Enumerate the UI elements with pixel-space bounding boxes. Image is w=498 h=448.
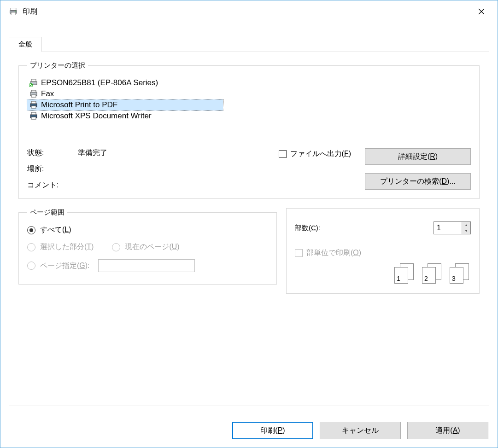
status-value: 準備完了 — [78, 148, 265, 158]
collate-page-icon: 2 2 — [422, 263, 443, 284]
radio-current-page: 現在のページ(U) — [112, 242, 179, 252]
cancel-button[interactable]: キャンセル — [320, 422, 401, 439]
status-label: 状態: — [27, 148, 73, 158]
svg-rect-14 — [31, 106, 36, 108]
svg-rect-0 — [11, 8, 16, 11]
printer-item[interactable]: EPSON625B81 (EP-806A Series) — [27, 77, 160, 88]
printer-name: Microsoft XPS Document Writer — [41, 111, 152, 121]
tab-page-general: プリンターの選択 EPSON625B81 (EP-806A Series) Fa… — [9, 52, 489, 406]
copies-up-button[interactable]: ▲ — [462, 222, 470, 228]
print-button[interactable]: 印刷(P) — [232, 422, 313, 439]
copies-input[interactable] — [434, 222, 462, 234]
location-label: 場所: — [27, 164, 73, 174]
printer-item[interactable]: Fax — [27, 88, 56, 99]
printer-item[interactable]: Microsoft XPS Document Writer — [27, 111, 153, 122]
print-dialog: 印刷 全般 プリンターの選択 EPSON625B81 (EP-806A Seri… — [0, 0, 498, 448]
pages-input — [98, 259, 195, 272]
svg-rect-10 — [31, 90, 36, 92]
window-title: 印刷 — [18, 7, 471, 17]
printer-virtual-icon — [29, 112, 38, 120]
radio-selection: 選択した部分(T) — [27, 242, 94, 252]
printer-icon — [9, 7, 18, 16]
titlebar: 印刷 — [0, 0, 498, 23]
collate-preview: 1 1 2 2 3 3 — [295, 263, 471, 284]
copies-label: 部数(C): — [295, 224, 320, 233]
file-output-checkbox[interactable]: ファイルへ出力(F) — [279, 149, 351, 159]
printer-name: EPSON625B81 (EP-806A Series) — [41, 78, 158, 87]
printer-virtual-icon — [29, 101, 38, 109]
tab-general[interactable]: 全般 — [9, 37, 42, 52]
svg-rect-2 — [11, 12, 16, 15]
svg-rect-13 — [31, 101, 36, 104]
svg-point-3 — [15, 11, 16, 12]
comment-label: コメント: — [27, 180, 73, 190]
dialog-buttons: 印刷(P) キャンセル 適用(A) — [232, 422, 488, 439]
printer-name: Microsoft Print to PDF — [41, 100, 117, 110]
svg-rect-17 — [31, 117, 36, 119]
close-button[interactable] — [471, 4, 492, 19]
printer-select-group: プリンターの選択 EPSON625B81 (EP-806A Series) Fa… — [18, 61, 480, 199]
svg-rect-16 — [31, 112, 36, 115]
printer-item-selected[interactable]: Microsoft Print to PDF — [27, 99, 223, 111]
page-range-group: ページ範囲 すべて(L) 選択した部分(T) — [18, 208, 277, 285]
printer-ready-icon — [29, 79, 38, 87]
apply-button[interactable]: 適用(A) — [407, 422, 488, 439]
printer-name: Fax — [41, 89, 54, 99]
collate-page-icon: 1 1 — [394, 263, 416, 284]
collate-checkbox: 部単位で印刷(O) — [295, 248, 471, 258]
radio-all[interactable]: すべて(L) — [27, 225, 268, 235]
printer-select-legend: プリンターの選択 — [27, 61, 88, 70]
svg-rect-11 — [31, 95, 36, 97]
radio-pages: ページ指定(G): — [27, 259, 268, 272]
printer-list[interactable]: EPSON625B81 (EP-806A Series) Fax Microso… — [27, 77, 471, 122]
collate-page-icon: 3 3 — [450, 263, 471, 284]
printer-fax-icon — [29, 90, 38, 98]
page-range-legend: ページ範囲 — [27, 208, 67, 217]
find-printer-button[interactable]: プリンターの検索(D)... — [365, 173, 471, 190]
copies-spinner[interactable]: ▲ ▼ — [434, 221, 471, 234]
advanced-settings-button[interactable]: 詳細設定(R) — [365, 148, 471, 165]
copies-group: 部数(C): ▲ ▼ — [286, 208, 480, 294]
tab-bar: 全般 — [9, 36, 489, 52]
copies-down-button[interactable]: ▼ — [462, 228, 470, 234]
svg-rect-7 — [31, 79, 36, 81]
